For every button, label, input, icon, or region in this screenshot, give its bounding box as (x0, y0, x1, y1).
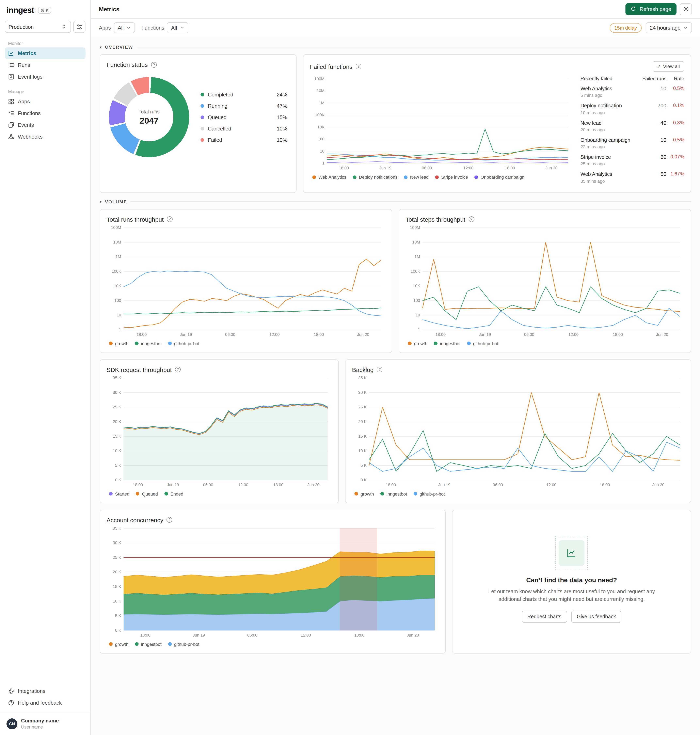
failure-rate: 0.5% (666, 137, 684, 149)
sidebar-item-functions[interactable]: Functions (5, 108, 85, 119)
backlog-chart: 35 K30 K25 K20 K15 K10 K5 K0 K18:00Jun 1… (352, 373, 684, 488)
sidebar-item-help-feedback[interactable]: Help and feedback (5, 697, 85, 709)
sidebar-item-webhooks[interactable]: Webhooks (5, 131, 85, 143)
recently-failed-table: Recently failed Failed runs Rate Web Ana… (581, 74, 684, 186)
view-all-button[interactable]: View all (652, 61, 684, 72)
sidebar-item-metrics[interactable]: Metrics (5, 47, 85, 59)
svg-text:12:00: 12:00 (269, 332, 279, 336)
svg-text:18:00: 18:00 (613, 332, 623, 336)
sdk-request-legend: Started Queued Ended (107, 488, 332, 496)
table-row[interactable]: New lead20 mins ago 40 0.3% (581, 117, 684, 134)
table-row[interactable]: Onboarding campaign22 mins ago 10 0.5% (581, 134, 684, 152)
line-chart-icon (559, 540, 585, 566)
legend-item: inngestbot (135, 341, 162, 346)
svg-text:100K: 100K (315, 113, 325, 117)
command-k-shortcut[interactable]: ⌘ K (38, 7, 51, 14)
svg-text:10: 10 (117, 312, 121, 317)
sidebar-item-integrations[interactable]: Integrations (5, 685, 85, 697)
account-row[interactable]: CN Company name User name (0, 713, 90, 735)
help-icon[interactable] (166, 517, 172, 523)
sidebar-item-events[interactable]: Events (5, 119, 85, 131)
time-range-select[interactable]: 24 hours ago (646, 22, 692, 33)
collapse-icon[interactable] (100, 45, 101, 49)
svg-text:Jun 19: Jun 19 (180, 332, 192, 336)
svg-text:18:00: 18:00 (137, 332, 147, 336)
svg-text:Jun 20: Jun 20 (652, 482, 664, 487)
account-concurrency-chart: 35 K30 K25 K20 K15 K10 K5 K0 K18:00Jun 1… (107, 523, 439, 638)
svg-text:12:00: 12:00 (301, 633, 311, 637)
sidebar-item-event-logs[interactable]: Event logs (5, 71, 85, 82)
collapse-icon[interactable] (100, 199, 101, 204)
sidebar-item-label: Apps (18, 99, 30, 105)
chevron-down-icon (126, 25, 131, 30)
legend-label: Web Analytics (318, 175, 346, 180)
legend-dot (354, 492, 358, 496)
help-icon[interactable] (175, 367, 181, 373)
svg-text:100M: 100M (410, 225, 420, 230)
svg-text:20 K: 20 K (113, 419, 121, 424)
svg-text:35 K: 35 K (113, 526, 121, 530)
legend-dot (164, 492, 168, 496)
help-icon[interactable] (377, 367, 382, 373)
help-icon[interactable] (151, 62, 157, 68)
legend-label: inngestbot (141, 341, 162, 346)
sidebar-item-apps[interactable]: Apps (5, 96, 85, 108)
svg-text:0 K: 0 K (115, 477, 121, 482)
svg-text:18:00: 18:00 (354, 633, 365, 637)
settings-button[interactable] (680, 3, 692, 15)
give-feedback-button[interactable]: Give us feedback (571, 611, 621, 623)
legend-value: 10% (276, 137, 287, 143)
help-icon[interactable] (469, 217, 474, 222)
environment-selector[interactable]: Production (5, 21, 71, 33)
svg-text:18:00: 18:00 (133, 482, 143, 487)
legend-dot (168, 342, 172, 345)
svg-text:Jun 20: Jun 20 (307, 482, 319, 487)
legend-label: growth (360, 491, 374, 496)
legend-label: github-pr-bot (473, 341, 499, 346)
svg-text:5 K: 5 K (360, 463, 367, 467)
legend-dot (109, 342, 113, 345)
request-charts-button[interactable]: Request charts (522, 611, 567, 623)
refresh-icon (631, 6, 637, 12)
help-icon[interactable] (356, 63, 361, 69)
legend-item: Onboarding campaign (474, 175, 524, 180)
integrations-icon (8, 688, 14, 694)
legend-item: Stripe invoice (435, 175, 468, 180)
refresh-page-button[interactable]: Refresh page (625, 3, 676, 15)
dashed-guide (555, 536, 556, 570)
svg-text:06:00: 06:00 (247, 633, 257, 637)
svg-text:12:00: 12:00 (238, 482, 249, 487)
legend-item: growth (109, 642, 128, 647)
legend-label: Running (208, 103, 228, 109)
legend-item: Deploy notifications (353, 175, 398, 180)
table-row[interactable]: Stripe invoice25 mins ago 60 0.07% (581, 152, 684, 169)
functions-filter-value: All (171, 25, 177, 31)
legend-label: Started (115, 491, 129, 496)
apps-filter-select[interactable]: All (114, 22, 135, 33)
failed-runs: 40 (640, 120, 666, 132)
webhooks-icon (8, 134, 14, 140)
svg-text:Jun 19: Jun 19 (379, 166, 391, 170)
help-icon[interactable] (167, 217, 172, 222)
sidebar-item-runs[interactable]: Runs (5, 59, 85, 71)
svg-text:35 K: 35 K (358, 376, 367, 380)
legend-item: Running47% (200, 103, 287, 109)
legend-label: growth (414, 341, 427, 346)
table-row[interactable]: Web Analytics35 mins ago 50 1.67% (581, 169, 684, 186)
failed-runs: 50 (640, 171, 666, 184)
function-name: Web Analytics (581, 171, 640, 178)
table-row[interactable]: Deploy notification10 mins ago 700 0.1% (581, 100, 684, 118)
svg-text:100K: 100K (410, 269, 420, 273)
table-row[interactable]: Web Analytics5 mins ago 10 0.5% (581, 83, 684, 100)
legend-dot (168, 642, 172, 646)
runs-icon (8, 62, 14, 68)
metrics-icon (8, 50, 14, 56)
legend-dot (434, 342, 437, 345)
environment-filter-button[interactable] (74, 21, 85, 33)
svg-text:100M: 100M (314, 77, 325, 81)
svg-text:25 K: 25 K (113, 555, 121, 559)
svg-text:10 K: 10 K (358, 448, 367, 453)
card-title: Total steps throughput (406, 216, 465, 222)
legend-label: inngestbot (440, 341, 460, 346)
functions-filter-select[interactable]: All (167, 22, 188, 33)
